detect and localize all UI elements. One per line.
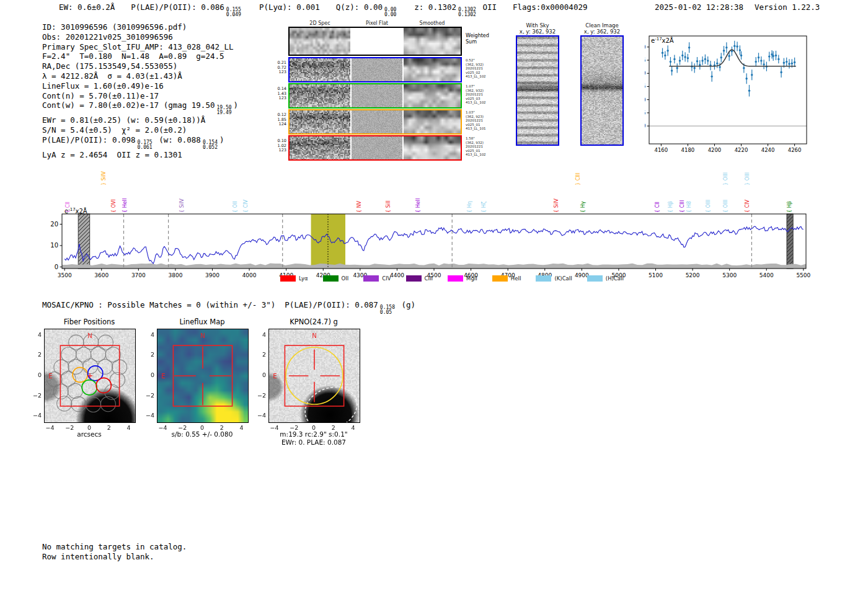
data-point (704, 58, 706, 60)
compass-north-label: N (87, 332, 92, 339)
cutout-right-line: 413_LL_102 (466, 153, 486, 157)
panel-x-tick-label: 4 (235, 424, 247, 431)
cutout-row-2 (288, 83, 462, 109)
legend-swatch (448, 275, 463, 282)
cutout-cell-2-1 (352, 84, 402, 107)
data-point (696, 60, 698, 62)
compass-east-label: E (273, 373, 277, 380)
panel-y-tick-label: 4 (255, 331, 266, 338)
data-point (751, 74, 753, 76)
legend-swatch (587, 275, 603, 282)
data-point (684, 56, 686, 58)
compass-east-label: E (48, 373, 52, 380)
line-label-CII: { CII (655, 202, 660, 213)
cutout-row-4 (288, 135, 462, 161)
header-stat-1-sub: 0.049 (226, 12, 241, 17)
data-point (760, 60, 762, 61)
data-point (772, 55, 774, 57)
info-line-6-text: LineFlux = 1.60(±0.49)e-16 (42, 81, 164, 91)
legend-item-HeII: HeII (492, 275, 521, 282)
cutout-cell-0-1 (352, 28, 402, 55)
cutout-cell-2-2 (404, 84, 461, 107)
cutout-right-line: 20201221 (466, 118, 486, 123)
line-label-CIII: } CIII (575, 173, 581, 185)
panel-y-tick-label: −4 (30, 412, 42, 419)
header-stat-3: Q(z): 0.000.000.00 (336, 2, 399, 17)
fit-plot-units-annotation: e-17x2Å (651, 37, 674, 44)
data-point (743, 67, 745, 69)
header-stat-2: P(Lyα): 0.001 (259, 2, 320, 17)
line-label-OIII: { OIII (723, 200, 728, 213)
cutout-right-line: 1.03" (466, 110, 486, 115)
legend-item-(K)CaII: (K)CaII (536, 275, 572, 282)
line-label-OVI: { OVI (111, 199, 117, 213)
cutout-row-1 (288, 57, 462, 82)
kpno-image-panel: NE (268, 329, 360, 423)
data-point (748, 90, 750, 92)
line-label-HeII: { HeII (415, 198, 421, 213)
info-line-11-stack: 0.1750.061 (138, 140, 153, 150)
masked-band-hatch (78, 214, 89, 269)
timestamp: 2025-01-02 12:28:38 (655, 2, 743, 12)
data-point (739, 49, 741, 51)
data-point (723, 50, 725, 51)
y-tick-label: 10 (50, 242, 58, 249)
cutout-right-line: (362, 932) (466, 141, 486, 145)
cutout-left-label-2: 0.141.43123 (272, 87, 286, 101)
legend-swatch (536, 275, 551, 282)
line-label-SiII: { SiII (386, 200, 391, 213)
legend-item-OII: OII (323, 275, 349, 282)
y-tick-label: 0.0 (645, 123, 646, 129)
panel-x-tick-label: −4 (268, 424, 281, 431)
data-point (687, 57, 689, 59)
cutout-right-line: 413_LL_101 (466, 127, 486, 131)
info-line-2-text: Primary Spec_Slot_IFU_AMP: 413_028_042_L… (42, 42, 234, 51)
y-tick-label: 15.0 (645, 44, 646, 50)
legend-swatch (406, 275, 422, 282)
x-tick-label: 4180 (681, 147, 695, 153)
cutout-cell-1-1 (352, 58, 402, 81)
legend-label: CIII (425, 275, 433, 282)
cutout-right-label-3: 1.03"(362, 923)20201221v025_01413_LL_101 (466, 110, 486, 131)
header-stat-0-text: EW: 0.6±0.2Å (59, 2, 115, 12)
x-tick-label: 4200 (708, 147, 722, 153)
fiber-xaxis-label: arcsecs (40, 430, 139, 438)
panel-y-tick-label: 2 (255, 351, 266, 358)
clean-image (580, 35, 624, 146)
data-point (716, 62, 718, 64)
data-point (666, 50, 668, 51)
data-point (728, 55, 730, 57)
data-point (775, 55, 777, 56)
info-line-7-text: Cont(n) = 5.70(±0.11)e-17 (42, 91, 159, 100)
cutout-right-line: 20201221 (466, 66, 486, 71)
lineflux-caption: s/b: 0.55 +/- 0.080 (140, 430, 264, 438)
cutout-col-header-pixelflat: Pixel Flat (349, 20, 405, 26)
report-header-stats: EW: 0.6±0.2ÅP(LAE)/P(OII): 0.0860.1550.0… (59, 2, 587, 17)
header-stat-5: Flags:0x00004029 (513, 2, 587, 17)
data-point (794, 61, 795, 63)
selected-fiber-circle (82, 380, 97, 395)
line-label-Hζ: { Hζ (481, 202, 487, 213)
panel-x-tick-label: −2 (63, 424, 76, 431)
header-stat-3-sub: 0.00 (384, 12, 396, 17)
legend-label: MgII (466, 275, 477, 282)
cutout-right-label-1: 0.52"(362, 932)20201221v025_02413_LL_102 (466, 58, 486, 79)
panel-y-tick-label: −2 (255, 392, 266, 399)
panel-x-tick-label: −2 (288, 424, 300, 431)
legend-label: OII (342, 275, 349, 282)
data-point (693, 67, 695, 69)
data-point (725, 47, 727, 48)
cutout-left-value: 123 (272, 70, 286, 75)
line-label-HeII: { HeII (122, 198, 128, 213)
cutout-right-label-0: WeightedSum (466, 33, 489, 45)
line-label-SiIV: { SiIV (554, 198, 559, 213)
cutout-row-0 (288, 27, 462, 56)
legend-item-(H)CaII: (H)CaII (587, 275, 624, 282)
data-point (711, 76, 712, 78)
cutout-right-line: v025_03 (466, 97, 486, 101)
cutout-cell-0-2 (404, 28, 461, 55)
kpno-caption-1: m:19.3 rc:2.9" s:0.1" (252, 430, 376, 438)
with-sky-coords: x, y: 362, 932 (503, 29, 572, 35)
info-line-4: RA,Dec (175.153549,54.553055) (42, 61, 238, 71)
data-point (719, 66, 720, 68)
